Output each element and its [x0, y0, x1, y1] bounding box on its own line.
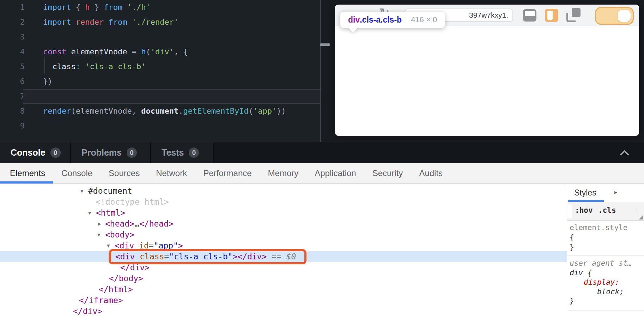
console-bar-tab-problems[interactable]: Problems0: [71, 142, 151, 163]
editor-line[interactable]: 8render(elementVnode, document.getElemen…: [0, 104, 320, 119]
tree-row[interactable]: </div>: [0, 262, 567, 273]
editor-line[interactable]: 5 class: 'cls-a cls-b': [0, 59, 320, 74]
line-number: 8: [0, 104, 25, 119]
pseudo-hover-button[interactable]: :hov: [575, 206, 593, 215]
code-token: <div: [115, 252, 140, 261]
code-token: #document: [88, 186, 132, 195]
devtools-tab-memory[interactable]: Memory: [260, 163, 307, 183]
duplicate-window-icon[interactable]: [566, 8, 581, 22]
code-token: }: [90, 3, 99, 12]
dollar-zero-ref: $0: [286, 252, 296, 261]
devtools-tab-performance[interactable]: Performance: [195, 163, 260, 183]
console-tab-bar: Console0Problems0Tests0: [0, 142, 644, 163]
devtools-tab-security[interactable]: Security: [364, 163, 411, 183]
editor-line[interactable]: 1import { h } from './h': [0, 0, 320, 15]
code-token: 'app': [253, 107, 277, 115]
duplicate-window-icon-front: [566, 13, 576, 22]
splitter-grip[interactable]: [320, 43, 330, 46]
code-text: [25, 30, 320, 44]
code-token: (elementVnode,: [71, 107, 141, 115]
code-token: <html>: [96, 208, 125, 217]
line-number: 4: [0, 44, 25, 59]
code-token: .: [178, 107, 183, 115]
chevron-expanded-icon[interactable]: ▼: [97, 229, 100, 240]
chevron-expanded-icon[interactable]: ▼: [107, 240, 110, 251]
element-style-section[interactable]: element.style { }: [567, 221, 644, 255]
code-token: </head>: [139, 219, 174, 228]
devtools-tab-audits[interactable]: Audits: [411, 163, 451, 183]
devtools-tab-sources[interactable]: Sources: [101, 163, 148, 183]
collapse-button[interactable]: -: [635, 205, 638, 214]
code-token: from: [99, 3, 127, 12]
chevron-right-icon[interactable]: ▸: [614, 189, 617, 195]
tree-row-selected[interactable]: <div class="cls-a cls-b"></div> == $0: [0, 251, 567, 262]
editor-line[interactable]: 3: [0, 30, 320, 44]
filter-input[interactable]: [567, 204, 572, 218]
code-text: [23, 89, 320, 104]
tree-row[interactable]: </html>: [0, 284, 567, 295]
tree-row[interactable]: <!doctype html>: [0, 197, 567, 207]
devtools-tab-elements[interactable]: Elements: [2, 163, 53, 183]
tree-row[interactable]: ▶<head>…</head>: [0, 218, 567, 229]
devtools-tab-bar: ElementsConsoleSourcesNetworkPerformance…: [0, 163, 644, 184]
editor-line[interactable]: 4const elementVnode = h('div', {: [0, 44, 320, 59]
elements-tree: ▼#document<!doctype html>▼<html>▶<head>……: [0, 184, 567, 319]
code-token: )): [277, 107, 286, 115]
editor-line[interactable]: 6}): [0, 74, 320, 89]
tree-row[interactable]: </body>: [0, 273, 567, 284]
split-view-icon-inner: [547, 11, 553, 20]
devtools-tab-console[interactable]: Console: [53, 163, 101, 183]
resize-grip-icon[interactable]: [639, 215, 643, 219]
count-badge: 0: [127, 148, 137, 158]
split-view-icon[interactable]: [545, 9, 558, 22]
tree-row[interactable]: ▼<html>: [0, 207, 567, 218]
line-number: 2: [0, 15, 25, 30]
tree-row[interactable]: </iframe>: [0, 295, 567, 306]
browser-view-icon[interactable]: [523, 9, 536, 22]
chevron-up-icon[interactable]: [620, 150, 629, 159]
code-token: h: [85, 3, 90, 12]
console-bar-tab-tests[interactable]: Tests0: [151, 142, 214, 163]
code-text: [25, 119, 320, 133]
tree-row[interactable]: ▼<body>: [0, 229, 567, 240]
code-token: }): [43, 77, 53, 86]
editor-line[interactable]: 7: [0, 89, 320, 104]
live-preview-toggle[interactable]: [595, 7, 634, 25]
code-text: }): [25, 74, 320, 89]
code-editor[interactable]: 1import { h } from './h'2import render f…: [0, 0, 320, 142]
code-token: <head>: [105, 219, 134, 228]
editor-line[interactable]: 9: [0, 119, 320, 133]
code-token: "cls-a cls-b": [169, 252, 232, 261]
devtools-tab-application[interactable]: Application: [306, 163, 364, 183]
count-badge: 0: [50, 148, 61, 158]
pseudo-class-button[interactable]: .cls: [598, 206, 616, 215]
code-token: from: [108, 18, 132, 26]
toggle-knob: [618, 10, 631, 22]
chevron-collapsed-icon[interactable]: ▶: [98, 218, 101, 229]
editor-line[interactable]: 2import render from './render': [0, 15, 320, 30]
styles-sidebar: Styles ▸ :hov .cls - element.style { } u…: [567, 184, 644, 319]
user-agent-style-section[interactable]: user agent st… div { display: block; }: [567, 255, 644, 311]
line-number: 5: [0, 59, 25, 74]
tab-label: Console: [11, 148, 45, 158]
ua-value: block;: [570, 287, 644, 297]
styles-filter-bar: :hov .cls -: [567, 202, 644, 221]
tab-styles[interactable]: Styles: [574, 188, 596, 198]
code-token: </div>: [73, 307, 102, 316]
console-bar-tab-console[interactable]: Console0: [0, 142, 71, 163]
tree-row[interactable]: </div>: [0, 306, 567, 317]
ua-selector: div {: [570, 268, 644, 278]
code-token: , {: [174, 47, 188, 56]
devtools-tab-network[interactable]: Network: [148, 163, 195, 183]
code-text: const elementVnode = h('div', {: [25, 44, 320, 59]
tree-row[interactable]: ▼#document: [0, 186, 567, 197]
chevron-expanded-icon[interactable]: ▼: [80, 186, 83, 197]
tooltip-classes: .cls-a.cls-b: [360, 15, 402, 25]
indent-guide: [44, 57, 45, 74]
tab-label: Tests: [162, 148, 184, 158]
chevron-expanded-icon[interactable]: ▼: [88, 207, 91, 218]
ide-window: 1import { h } from './h'2import render f…: [0, 0, 644, 319]
tab-label: Problems: [81, 148, 122, 158]
line-number: 1: [0, 0, 25, 15]
code-token: document: [141, 107, 178, 115]
